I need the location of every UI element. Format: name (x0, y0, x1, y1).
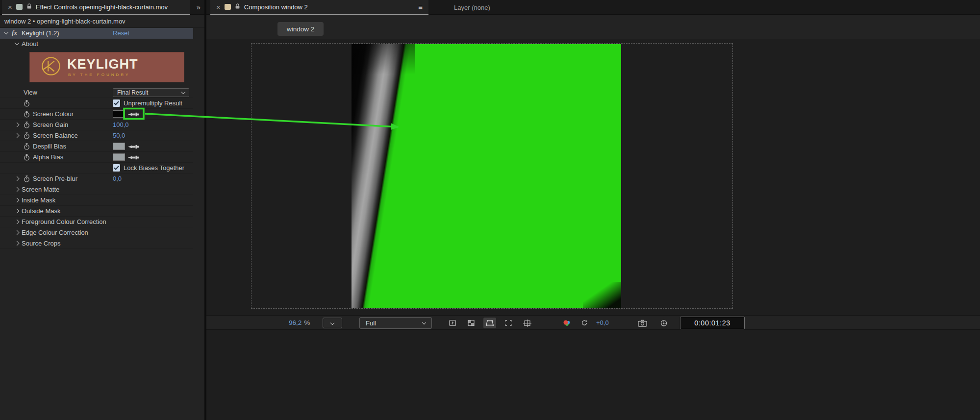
lock-icon[interactable] (26, 2, 32, 11)
timecode-display[interactable]: 0:00:01:23 (680, 317, 745, 329)
composition-tabbar: × Composition window 2 ≡ Layer (none) (206, 0, 980, 15)
stopwatch-icon[interactable] (24, 175, 30, 184)
keylight-logo-mark-icon (41, 56, 61, 78)
chevron-right-icon[interactable] (15, 176, 20, 181)
comp-breadcrumb-chip[interactable]: window 2 (277, 22, 324, 36)
chevron-right-icon[interactable] (15, 133, 20, 138)
zoom-level[interactable]: 96,2% (289, 319, 310, 326)
group-row-screen-matte[interactable]: Screen Matte (0, 184, 193, 195)
screen-gain-label: Screen Gain (33, 121, 68, 128)
view-dropdown[interactable]: Final Result (113, 88, 189, 97)
screen-preblur-value[interactable]: 0,0 (113, 175, 122, 182)
close-icon[interactable]: × (216, 3, 221, 11)
row-screen-preblur: Screen Pre-blur 0,0 (0, 173, 193, 184)
row-lock-biases: Lock Biases Together (0, 163, 193, 173)
composition-navigator: window 2 (206, 15, 980, 39)
screen-balance-value[interactable]: 50,0 (113, 132, 125, 139)
frame-shadow-top-left (352, 44, 415, 74)
keylight-logo-subtitle: BY THE FOUNDRY (68, 73, 138, 77)
reset-button[interactable]: Reset (113, 29, 129, 37)
unpremultiply-checkbox[interactable] (113, 99, 120, 107)
stopwatch-icon[interactable] (24, 111, 30, 120)
screen-colour-swatch[interactable] (113, 110, 125, 118)
chevron-right-icon[interactable] (15, 220, 20, 224)
row-screen-balance: Screen Balance 50,0 (0, 130, 193, 141)
fx-icon: fx (12, 29, 17, 37)
chevron-down-icon[interactable] (4, 30, 9, 35)
screen-preblur-label: Screen Pre-blur (33, 175, 77, 182)
lock-biases-label: Lock Biases Together (124, 164, 184, 172)
tab-composition[interactable]: × Composition window 2 ≡ (210, 0, 428, 15)
stopwatch-icon[interactable] (24, 154, 30, 163)
reset-exposure-icon[interactable] (578, 318, 591, 328)
grid-guides-icon[interactable] (521, 318, 533, 328)
chevron-down-icon (181, 90, 185, 94)
lock-biases-checkbox[interactable] (113, 164, 120, 172)
effect-source-line: window 2 • opening-light-black-curtain.m… (0, 15, 204, 28)
group-row-outside-mask[interactable]: Outside Mask (0, 206, 193, 217)
effect-header-row[interactable]: fx Keylight (1.2) Reset (0, 28, 193, 39)
zoom-dropdown[interactable] (323, 318, 342, 328)
eyedropper-icon[interactable] (127, 111, 139, 120)
video-frame-green-screen[interactable] (352, 44, 621, 308)
keylight-logo-banner: KEYLIGHT BY THE FOUNDRY (29, 52, 184, 82)
exposure-value[interactable]: +0,0 (596, 319, 609, 326)
despill-bias-swatch[interactable] (113, 143, 125, 150)
screen-balance-label: Screen Balance (33, 132, 78, 139)
tab-title: Effect Controls opening-light-black-curt… (36, 3, 168, 11)
effect-controls-panel: × Effect Controls opening-light-black-cu… (0, 0, 204, 420)
row-alpha-bias: Alpha Bias (0, 152, 193, 163)
chevron-right-icon[interactable] (15, 241, 20, 246)
about-label: About (22, 40, 38, 48)
lock-icon[interactable] (235, 2, 240, 11)
fast-preview-icon[interactable] (446, 318, 459, 328)
mask-visibility-icon[interactable] (483, 318, 496, 328)
row-view: View Final Result (0, 87, 193, 98)
overflow-icon[interactable]: » (197, 3, 201, 11)
region-of-interest-icon[interactable] (502, 318, 515, 328)
comp-toolbar: 96,2% Full +0,0 0:00:01:23 (206, 315, 980, 330)
show-snapshot-icon[interactable] (657, 318, 670, 328)
chevron-right-icon[interactable] (15, 123, 20, 127)
tab-title: Composition window 2 (244, 3, 308, 11)
stopwatch-icon[interactable] (24, 122, 30, 130)
group-row-edge-colour-correction[interactable]: Edge Colour Correction (0, 227, 193, 238)
chevron-right-icon[interactable] (15, 198, 20, 203)
screen-gain-value[interactable]: 100,0 (113, 121, 129, 128)
row-screen-colour: Screen Colour (0, 109, 193, 120)
chevron-right-icon[interactable] (15, 209, 20, 214)
about-row[interactable]: About (0, 39, 193, 49)
transparency-grid-icon[interactable] (465, 318, 477, 328)
alpha-bias-swatch[interactable] (113, 153, 125, 161)
effect-controls-tabbar: × Effect Controls opening-light-black-cu… (0, 0, 204, 15)
eyedropper-icon[interactable] (127, 143, 139, 152)
group-row-foreground-colour-correction[interactable]: Foreground Colour Correction (0, 217, 193, 227)
tab-layer[interactable]: Layer (none) (454, 0, 490, 15)
chevron-right-icon[interactable] (15, 187, 20, 192)
group-row-inside-mask[interactable]: Inside Mask (0, 195, 193, 206)
stopwatch-icon[interactable] (24, 132, 30, 141)
row-unpremultiply: Unpremultiply Result (0, 98, 193, 109)
group-row-source-crops[interactable]: Source Crops (0, 238, 193, 249)
panel-color-icon (225, 4, 231, 10)
chevron-down-icon (330, 321, 334, 325)
effect-name: Keylight (1.2) (22, 29, 59, 37)
stopwatch-icon[interactable] (24, 143, 30, 152)
snapshot-camera-icon[interactable] (636, 318, 649, 328)
view-label: View (24, 89, 37, 96)
composition-viewport[interactable]: 96,2% Full +0,0 0:00:01:23 (206, 39, 980, 420)
panel-menu-icon[interactable]: ≡ (418, 3, 423, 11)
stopwatch-icon[interactable] (24, 100, 30, 109)
eyedropper-icon[interactable] (127, 154, 139, 163)
channels-icon[interactable] (560, 318, 573, 328)
composition-panel: × Composition window 2 ≡ Layer (none) wi… (206, 0, 980, 420)
chevron-down-icon[interactable] (15, 41, 20, 46)
panel-color-icon (16, 4, 23, 10)
screen-colour-label: Screen Colour (33, 110, 74, 118)
tab-effect-controls[interactable]: × Effect Controls opening-light-black-cu… (2, 0, 190, 15)
close-icon[interactable]: × (8, 3, 12, 11)
row-screen-gain: Screen Gain 100,0 (0, 120, 193, 130)
resolution-dropdown[interactable]: Full (359, 317, 432, 329)
keylight-logo-title: KEYLIGHT (67, 58, 138, 71)
chevron-right-icon[interactable] (15, 230, 20, 235)
